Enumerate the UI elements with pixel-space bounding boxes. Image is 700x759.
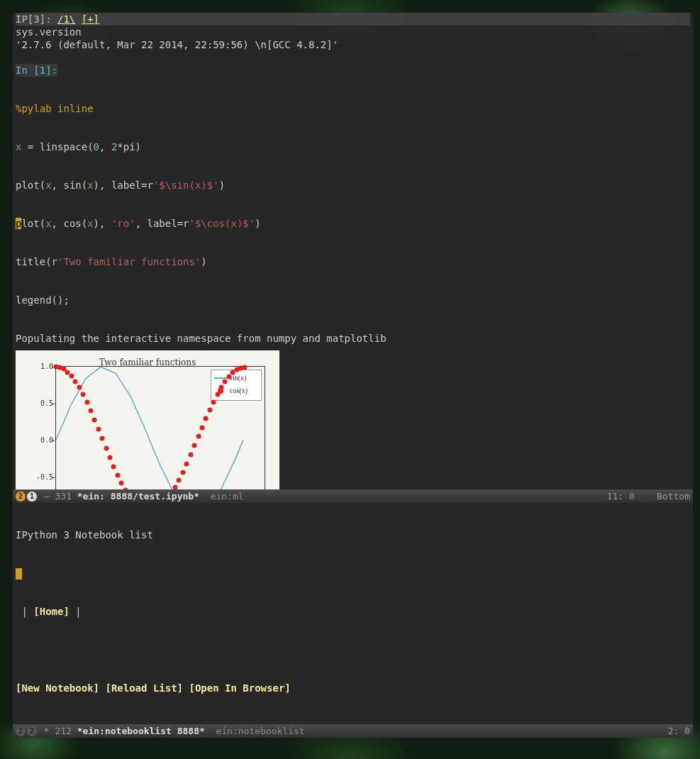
- cos-point: [69, 374, 74, 379]
- cos-point: [180, 470, 185, 475]
- cell-header: IP[3]: /1\ [+]: [16, 13, 690, 26]
- new-notebook-button[interactable]: [New Notebook]: [16, 682, 99, 694]
- cell1-code[interactable]: %pylab inline x = linspace(0, 2*pi) plot…: [16, 77, 690, 332]
- cos-point: [207, 408, 212, 413]
- cos-point: [88, 409, 93, 414]
- cos-point: [219, 385, 224, 390]
- cos-point: [177, 477, 182, 482]
- notebook-pane[interactable]: IP[3]: /1\ [+] sys.version '2.7.6 (defau…: [13, 13, 693, 489]
- ytick-label: -0.5: [32, 471, 53, 484]
- cos-point: [204, 416, 209, 421]
- plot-output: Two familiar functions sin(x) cos(x) -1.…: [16, 350, 279, 489]
- modeline-top[interactable]: 21 — 331 *ein: 8888/test.ipynb* ein:ml 1…: [13, 489, 693, 503]
- cos-point: [81, 392, 86, 397]
- cos-point: [115, 472, 120, 477]
- cos-point: [226, 375, 231, 380]
- ytick-label: 0.5: [32, 397, 53, 410]
- cos-point: [107, 455, 112, 460]
- cos-point: [211, 399, 216, 404]
- state-badge-icon: 2: [16, 492, 26, 502]
- cos-point: [77, 385, 82, 390]
- cell0-code[interactable]: sys.version: [16, 26, 690, 38]
- cos-point: [215, 392, 220, 397]
- cursor-position: 11: 0: [607, 491, 635, 502]
- home-link[interactable]: [Home]: [33, 606, 70, 617]
- cos-point: [73, 379, 78, 384]
- ytick-label: 1.0: [32, 360, 53, 373]
- cos-point: [119, 481, 124, 486]
- cos-point: [100, 436, 105, 441]
- chart-axes: sin(x) cos(x) -1.0-0.50.00.51.001234567: [55, 366, 265, 489]
- reload-list-button[interactable]: [Reload List]: [105, 682, 183, 694]
- major-mode: ein:ml: [199, 489, 244, 503]
- cos-point: [223, 380, 228, 384]
- cos-point: [196, 434, 201, 439]
- nblist-title: IPython 3 Notebook list: [16, 528, 690, 541]
- open-in-browser-button[interactable]: [Open In Browser]: [189, 682, 290, 694]
- cos-point: [199, 425, 204, 430]
- cell1-prompt: In [1]:: [16, 64, 57, 77]
- cos-point: [184, 461, 189, 466]
- buffer-name: *ein:notebooklist 8888*: [77, 724, 205, 738]
- cos-point: [104, 445, 109, 450]
- cell0-output: '2.7.6 (default, Mar 22 2014, 22:59:56) …: [16, 38, 690, 51]
- emacs-frame: IP[3]: /1\ [+] sys.version '2.7.6 (defau…: [13, 13, 693, 738]
- add-cell-button[interactable]: [+]: [82, 13, 99, 25]
- cos-point: [242, 365, 247, 370]
- legend-cos-label: cos(x): [230, 384, 248, 397]
- cos-point: [92, 417, 97, 422]
- cell1-output: Populating the interactive namespace fro…: [16, 332, 690, 345]
- cos-point: [84, 400, 89, 405]
- state-badge-icon: 2: [16, 726, 26, 736]
- text-cursor: [16, 568, 22, 580]
- buffer-name: *ein: 8888/test.ipynb*: [77, 489, 199, 503]
- ytick-label: 0.0: [32, 434, 53, 447]
- state-badge-icon: 2: [27, 726, 37, 736]
- cell-nav[interactable]: /1\: [57, 13, 75, 25]
- cos-point: [192, 443, 197, 448]
- scroll-location: Bottom: [657, 491, 690, 502]
- major-mode: ein:notebooklist: [205, 724, 305, 738]
- cursor-position: 2: 0: [668, 726, 690, 736]
- cos-point: [111, 464, 116, 469]
- modeline-bottom[interactable]: 22 * 212 *ein:notebooklist 8888* ein:not…: [13, 724, 693, 738]
- state-badge-icon: 1: [27, 492, 37, 502]
- notebooklist-pane[interactable]: IPython 3 Notebook list | [Home] | [New …: [13, 503, 693, 724]
- cos-point: [96, 427, 101, 432]
- cos-point: [188, 453, 193, 458]
